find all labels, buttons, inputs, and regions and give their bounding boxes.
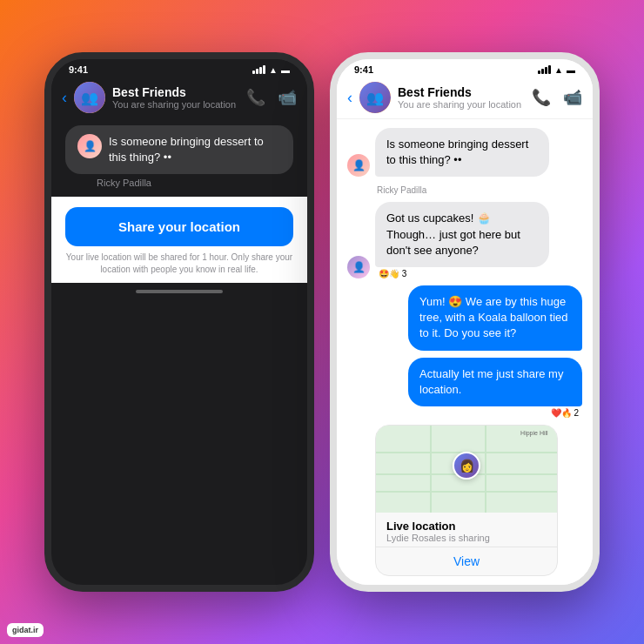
msg-avatar: 👤 bbox=[77, 134, 102, 158]
header-info: Best Friends You are sharing your locati… bbox=[112, 85, 239, 110]
msg2-bubble: Got us cupcakes! 🧁 Though… just got here… bbox=[375, 202, 549, 267]
light-chat-header: ‹ 👥 Best Friends You are sharing your lo… bbox=[337, 77, 593, 119]
message-row-1: 👤 Is someone bringing dessert to this th… bbox=[347, 128, 582, 177]
msg3-bubble: Yum! 😍 We are by this huge tree, with a … bbox=[408, 285, 582, 351]
video-button[interactable]: 📹 bbox=[278, 88, 297, 107]
light-chat-subtitle: You are sharing your location bbox=[398, 99, 525, 110]
loc-user-avatar: 👩 bbox=[453, 452, 480, 480]
msg2-reactions: 🤩👋 3 bbox=[379, 269, 549, 278]
live-location-title: Live location bbox=[386, 520, 547, 533]
message-input-bar: 📷 Message... 🎤 🖼 😊 bbox=[337, 585, 593, 592]
light-signal-icon bbox=[538, 65, 551, 74]
share-disclaimer: Your live location will be shared for 1 … bbox=[65, 252, 293, 276]
share-location-section: Share your location Your live location w… bbox=[51, 197, 307, 283]
dark-status-icons: ▲ ▬ bbox=[252, 65, 290, 75]
msg-text: Is someone bringing dessert to this thin… bbox=[109, 134, 281, 165]
dark-phone: 9:41 ▲ ▬ ‹ 👥 bbox=[44, 52, 314, 592]
light-avatar-image: 👥 bbox=[359, 82, 391, 113]
dark-home-bar bbox=[136, 290, 223, 293]
map-preview-label: Hippie Hill bbox=[520, 430, 548, 436]
view-location-button[interactable]: View bbox=[376, 547, 557, 575]
light-status-bar: 9:41 ▲ ▬ bbox=[337, 59, 593, 77]
msg1-avatar: 👤 bbox=[347, 154, 370, 177]
chat-subtitle: You are sharing your location bbox=[112, 99, 239, 110]
light-back-button[interactable]: ‹ bbox=[347, 89, 352, 107]
message-preview: 👤 Is someone bringing dessert to this th… bbox=[51, 118, 307, 197]
light-video-button[interactable]: 📹 bbox=[563, 88, 582, 107]
header-actions: 📞 📹 bbox=[246, 88, 297, 107]
dark-home-indicator bbox=[51, 283, 307, 300]
msg1-bubble: Is someone bringing dessert to this thin… bbox=[375, 128, 549, 177]
light-avatar: 👥 bbox=[359, 82, 391, 113]
msg1-sender: Ricky Padilla bbox=[377, 185, 582, 195]
message-row-4: Actually let me just share my location. … bbox=[347, 358, 582, 418]
light-header-actions: 📞 📹 bbox=[532, 88, 582, 107]
message-row-2: 👤 Got us cupcakes! 🧁 Though… just got he… bbox=[347, 202, 582, 278]
light-time: 9:41 bbox=[354, 64, 373, 75]
light-phone-button[interactable]: 📞 bbox=[532, 88, 551, 107]
avatar-image: 👥 bbox=[74, 82, 105, 113]
location-card-info: Live location Lydie Rosales is sharing bbox=[376, 513, 557, 547]
msg4-reactions: ❤️🔥 2 bbox=[412, 408, 579, 418]
msg2-avatar: 👤 bbox=[347, 256, 370, 278]
messages-list: 👤 Is someone bringing dessert to this th… bbox=[337, 119, 593, 585]
battery-icon: ▬ bbox=[281, 65, 290, 75]
avatar: 👥 bbox=[74, 82, 105, 113]
wifi-icon: ▲ bbox=[269, 65, 278, 75]
msg4-bubble: Actually let me just share my location. bbox=[408, 358, 582, 406]
light-wifi-icon: ▲ bbox=[554, 65, 563, 75]
share-location-button[interactable]: Share your location bbox=[65, 207, 293, 246]
watermark: gidat.ir bbox=[7, 623, 44, 637]
light-chat-name: Best Friends bbox=[398, 85, 525, 99]
message-row-3: Yum! 😍 We are by this huge tree, with a … bbox=[347, 285, 582, 351]
msg-sender: Ricky Padilla bbox=[97, 178, 293, 188]
light-phone: 9:41 ▲ ▬ ‹ 👥 bbox=[330, 52, 600, 592]
back-button[interactable]: ‹ bbox=[62, 89, 67, 107]
light-status-icons: ▲ ▬ bbox=[538, 65, 575, 75]
dark-status-bar: 9:41 ▲ ▬ bbox=[51, 59, 307, 77]
chat-name: Best Friends bbox=[112, 85, 239, 99]
signal-icon bbox=[252, 65, 265, 74]
dark-chat-header: ‹ 👥 Best Friends You are sharing your lo… bbox=[51, 77, 307, 118]
dark-time: 9:41 bbox=[69, 64, 88, 75]
phone-button[interactable]: 📞 bbox=[246, 88, 265, 107]
live-location-subtitle: Lydie Rosales is sharing bbox=[386, 533, 547, 543]
received-bubble-dark: 👤 Is someone bringing dessert to this th… bbox=[65, 125, 293, 174]
location-map-preview: Hippie Hill 👩 bbox=[376, 426, 557, 513]
light-header-info: Best Friends You are sharing your locati… bbox=[398, 85, 525, 110]
light-battery-icon: ▬ bbox=[567, 65, 575, 75]
location-map-bg: Hippie Hill 👩 bbox=[376, 426, 557, 513]
location-card: Hippie Hill 👩 Live location Lydie Rosale… bbox=[375, 425, 558, 576]
